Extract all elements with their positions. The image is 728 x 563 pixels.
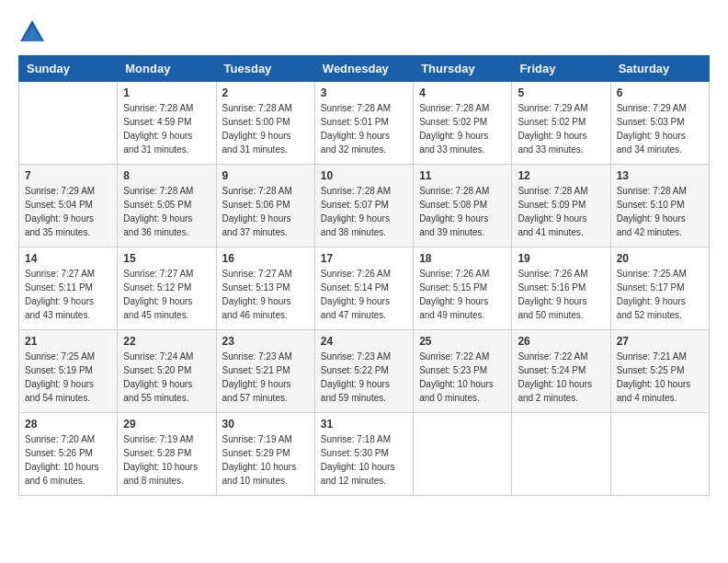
day-number: 11 xyxy=(419,169,506,182)
day-cell: 20Sunrise: 7:25 AM Sunset: 5:17 PM Dayli… xyxy=(610,247,709,330)
day-info: Sunrise: 7:24 AM Sunset: 5:20 PM Dayligh… xyxy=(123,350,210,405)
day-cell: 13Sunrise: 7:28 AM Sunset: 5:10 PM Dayli… xyxy=(610,165,709,247)
day-cell: 6Sunrise: 7:29 AM Sunset: 5:03 PM Daylig… xyxy=(610,82,709,165)
day-number: 12 xyxy=(518,169,604,182)
day-info: Sunrise: 7:26 AM Sunset: 5:16 PM Dayligh… xyxy=(518,267,604,322)
week-row-2: 7Sunrise: 7:29 AM Sunset: 5:04 PM Daylig… xyxy=(19,165,710,247)
day-number: 13 xyxy=(617,169,703,182)
day-info: Sunrise: 7:28 AM Sunset: 5:01 PM Dayligh… xyxy=(321,101,407,156)
day-info: Sunrise: 7:27 AM Sunset: 5:12 PM Dayligh… xyxy=(123,267,210,322)
day-info: Sunrise: 7:22 AM Sunset: 5:24 PM Dayligh… xyxy=(518,350,604,405)
day-number: 4 xyxy=(419,86,506,99)
day-cell: 19Sunrise: 7:26 AM Sunset: 5:16 PM Dayli… xyxy=(512,247,610,330)
header-row: SundayMondayTuesdayWednesdayThursdayFrid… xyxy=(19,56,710,82)
header xyxy=(18,18,710,46)
day-number: 26 xyxy=(518,335,604,348)
day-number: 2 xyxy=(222,86,309,99)
day-number: 8 xyxy=(123,169,210,182)
day-cell: 27Sunrise: 7:21 AM Sunset: 5:25 PM Dayli… xyxy=(610,330,709,413)
day-header-wednesday: Wednesday xyxy=(314,56,413,82)
day-number: 24 xyxy=(321,335,407,348)
day-cell xyxy=(512,413,610,496)
day-cell xyxy=(19,82,118,165)
day-header-thursday: Thursday xyxy=(414,56,512,82)
day-number: 5 xyxy=(518,86,604,99)
day-cell: 7Sunrise: 7:29 AM Sunset: 5:04 PM Daylig… xyxy=(19,165,118,247)
day-cell: 3Sunrise: 7:28 AM Sunset: 5:01 PM Daylig… xyxy=(314,82,413,165)
calendar-table: SundayMondayTuesdayWednesdayThursdayFrid… xyxy=(18,55,710,496)
day-info: Sunrise: 7:28 AM Sunset: 5:02 PM Dayligh… xyxy=(419,101,506,156)
day-number: 21 xyxy=(25,335,111,348)
day-number: 30 xyxy=(222,418,309,431)
day-info: Sunrise: 7:22 AM Sunset: 5:23 PM Dayligh… xyxy=(419,350,506,405)
day-info: Sunrise: 7:28 AM Sunset: 5:09 PM Dayligh… xyxy=(518,184,604,239)
day-number: 6 xyxy=(617,86,703,99)
day-number: 7 xyxy=(25,169,111,182)
day-number: 18 xyxy=(419,252,506,265)
day-cell: 30Sunrise: 7:19 AM Sunset: 5:29 PM Dayli… xyxy=(216,413,314,496)
day-number: 1 xyxy=(123,86,210,99)
day-cell: 21Sunrise: 7:25 AM Sunset: 5:19 PM Dayli… xyxy=(19,330,118,413)
day-cell: 24Sunrise: 7:23 AM Sunset: 5:22 PM Dayli… xyxy=(314,330,413,413)
week-row-3: 14Sunrise: 7:27 AM Sunset: 5:11 PM Dayli… xyxy=(19,247,710,330)
day-cell: 12Sunrise: 7:28 AM Sunset: 5:09 PM Dayli… xyxy=(512,165,610,247)
day-header-saturday: Saturday xyxy=(610,56,709,82)
logo-icon xyxy=(18,18,46,46)
day-info: Sunrise: 7:28 AM Sunset: 5:00 PM Dayligh… xyxy=(222,101,309,156)
day-cell: 18Sunrise: 7:26 AM Sunset: 5:15 PM Dayli… xyxy=(414,247,512,330)
week-row-1: 1Sunrise: 7:28 AM Sunset: 4:59 PM Daylig… xyxy=(19,82,710,165)
day-cell xyxy=(610,413,709,496)
day-number: 15 xyxy=(123,252,210,265)
day-header-friday: Friday xyxy=(512,56,610,82)
day-info: Sunrise: 7:21 AM Sunset: 5:25 PM Dayligh… xyxy=(617,350,703,405)
day-cell xyxy=(414,413,512,496)
day-info: Sunrise: 7:26 AM Sunset: 5:15 PM Dayligh… xyxy=(419,267,506,322)
day-info: Sunrise: 7:19 AM Sunset: 5:29 PM Dayligh… xyxy=(222,432,309,488)
day-info: Sunrise: 7:25 AM Sunset: 5:17 PM Dayligh… xyxy=(617,267,703,322)
day-cell: 11Sunrise: 7:28 AM Sunset: 5:08 PM Dayli… xyxy=(414,165,512,247)
day-number: 29 xyxy=(123,418,210,431)
day-info: Sunrise: 7:29 AM Sunset: 5:02 PM Dayligh… xyxy=(518,101,604,156)
day-info: Sunrise: 7:20 AM Sunset: 5:26 PM Dayligh… xyxy=(25,432,111,488)
day-number: 27 xyxy=(617,335,703,348)
day-info: Sunrise: 7:25 AM Sunset: 5:19 PM Dayligh… xyxy=(25,350,111,405)
day-number: 25 xyxy=(419,335,506,348)
day-number: 19 xyxy=(518,252,604,265)
day-cell: 28Sunrise: 7:20 AM Sunset: 5:26 PM Dayli… xyxy=(19,413,118,496)
day-info: Sunrise: 7:26 AM Sunset: 5:14 PM Dayligh… xyxy=(321,267,407,322)
day-info: Sunrise: 7:18 AM Sunset: 5:30 PM Dayligh… xyxy=(321,432,407,488)
day-info: Sunrise: 7:27 AM Sunset: 5:13 PM Dayligh… xyxy=(222,267,309,322)
day-cell: 8Sunrise: 7:28 AM Sunset: 5:05 PM Daylig… xyxy=(118,165,216,247)
day-number: 31 xyxy=(321,418,407,431)
week-row-4: 21Sunrise: 7:25 AM Sunset: 5:19 PM Dayli… xyxy=(19,330,710,413)
day-cell: 1Sunrise: 7:28 AM Sunset: 4:59 PM Daylig… xyxy=(118,82,216,165)
day-cell: 14Sunrise: 7:27 AM Sunset: 5:11 PM Dayli… xyxy=(19,247,118,330)
day-cell: 25Sunrise: 7:22 AM Sunset: 5:23 PM Dayli… xyxy=(414,330,512,413)
day-cell: 10Sunrise: 7:28 AM Sunset: 5:07 PM Dayli… xyxy=(314,165,413,247)
day-cell: 4Sunrise: 7:28 AM Sunset: 5:02 PM Daylig… xyxy=(414,82,512,165)
day-number: 23 xyxy=(222,335,309,348)
day-info: Sunrise: 7:28 AM Sunset: 4:59 PM Dayligh… xyxy=(123,101,210,156)
day-info: Sunrise: 7:19 AM Sunset: 5:28 PM Dayligh… xyxy=(123,432,210,488)
day-number: 20 xyxy=(617,252,703,265)
day-info: Sunrise: 7:28 AM Sunset: 5:06 PM Dayligh… xyxy=(222,184,309,239)
day-info: Sunrise: 7:28 AM Sunset: 5:10 PM Dayligh… xyxy=(617,184,703,239)
day-header-monday: Monday xyxy=(118,56,216,82)
day-cell: 16Sunrise: 7:27 AM Sunset: 5:13 PM Dayli… xyxy=(216,247,314,330)
day-cell: 17Sunrise: 7:26 AM Sunset: 5:14 PM Dayli… xyxy=(314,247,413,330)
day-cell: 2Sunrise: 7:28 AM Sunset: 5:00 PM Daylig… xyxy=(216,82,314,165)
day-info: Sunrise: 7:28 AM Sunset: 5:05 PM Dayligh… xyxy=(123,184,210,239)
day-cell: 31Sunrise: 7:18 AM Sunset: 5:30 PM Dayli… xyxy=(314,413,413,496)
day-info: Sunrise: 7:29 AM Sunset: 5:04 PM Dayligh… xyxy=(25,184,111,239)
day-cell: 15Sunrise: 7:27 AM Sunset: 5:12 PM Dayli… xyxy=(118,247,216,330)
logo xyxy=(18,18,50,46)
day-number: 9 xyxy=(222,169,309,182)
day-number: 22 xyxy=(123,335,210,348)
day-number: 3 xyxy=(321,86,407,99)
day-cell: 23Sunrise: 7:23 AM Sunset: 5:21 PM Dayli… xyxy=(216,330,314,413)
day-number: 17 xyxy=(321,252,407,265)
day-info: Sunrise: 7:23 AM Sunset: 5:22 PM Dayligh… xyxy=(321,350,407,405)
day-cell: 29Sunrise: 7:19 AM Sunset: 5:28 PM Dayli… xyxy=(118,413,216,496)
day-cell: 9Sunrise: 7:28 AM Sunset: 5:06 PM Daylig… xyxy=(216,165,314,247)
week-row-5: 28Sunrise: 7:20 AM Sunset: 5:26 PM Dayli… xyxy=(19,413,710,496)
